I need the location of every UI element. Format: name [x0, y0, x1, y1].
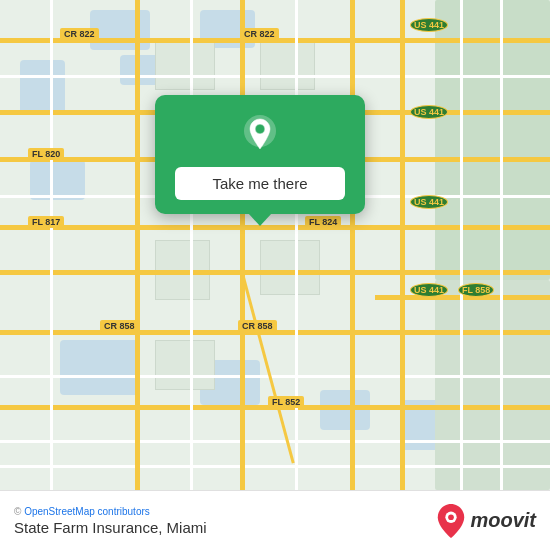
road-h-5 — [0, 465, 550, 468]
label-fl820-left: FL 820 — [28, 148, 64, 160]
water-9 — [320, 390, 370, 430]
road-v-minor-4 — [460, 0, 463, 490]
popup-card: Take me there — [155, 95, 365, 214]
road-h-3 — [0, 375, 550, 378]
take-me-there-button[interactable]: Take me there — [175, 167, 345, 200]
location-name: State Farm Insurance, Miami — [14, 519, 207, 536]
road-fl817-bot — [0, 225, 550, 230]
water-6 — [30, 160, 85, 200]
block-7 — [155, 340, 215, 390]
map-container: CR 822 CR 822 US 441 US 441 US 441 US 44… — [0, 0, 550, 490]
water-7 — [60, 340, 140, 395]
road-v-3 — [350, 0, 355, 490]
road-v-1 — [135, 0, 140, 490]
moovit-pin-icon — [437, 504, 465, 538]
block-2 — [260, 40, 315, 90]
road-fl824 — [0, 270, 550, 275]
road-us441 — [400, 0, 405, 490]
label-fl824: FL 824 — [305, 216, 341, 228]
attribution: © OpenStreetMap contributors — [14, 506, 207, 517]
block-6 — [260, 240, 320, 295]
road-v-minor-2 — [190, 0, 193, 490]
road-v-minor-5 — [500, 0, 503, 490]
label-us441-top: US 441 — [410, 18, 448, 32]
attribution-link[interactable]: OpenStreetMap contributors — [24, 506, 150, 517]
road-h-4 — [0, 440, 550, 443]
bottom-left: © OpenStreetMap contributors State Farm … — [14, 506, 207, 536]
svg-point-1 — [256, 125, 264, 133]
road-v-minor-3 — [295, 0, 298, 490]
label-fl852: FL 852 — [268, 396, 304, 408]
road-v-minor-1 — [50, 0, 53, 490]
label-cr822-left: CR 822 — [60, 28, 99, 40]
attribution-prefix: © — [14, 506, 24, 517]
moovit-brand-text: moovit — [470, 509, 536, 532]
label-us441-mid3: US 441 — [410, 283, 448, 297]
svg-point-3 — [449, 514, 455, 520]
label-cr822-center: CR 822 — [240, 28, 279, 40]
location-pin-icon — [238, 113, 282, 157]
road-v-2 — [240, 0, 245, 490]
water-1 — [90, 10, 150, 50]
label-fl858: FL 858 — [458, 283, 494, 297]
label-cr858: CR 858 — [100, 320, 139, 332]
green-park-2 — [435, 280, 550, 490]
label-us441-mid1: US 441 — [410, 105, 448, 119]
label-fl817-bot: FL 817 — [28, 216, 64, 228]
block-1 — [155, 40, 215, 90]
water-3 — [20, 60, 65, 115]
moovit-logo: moovit — [437, 504, 536, 538]
bottom-bar: © OpenStreetMap contributors State Farm … — [0, 490, 550, 550]
label-us441-mid2: US 441 — [410, 195, 448, 209]
label-cr858-right: CR 858 — [238, 320, 277, 332]
road-h-1 — [0, 75, 550, 78]
water-5 — [120, 55, 160, 85]
